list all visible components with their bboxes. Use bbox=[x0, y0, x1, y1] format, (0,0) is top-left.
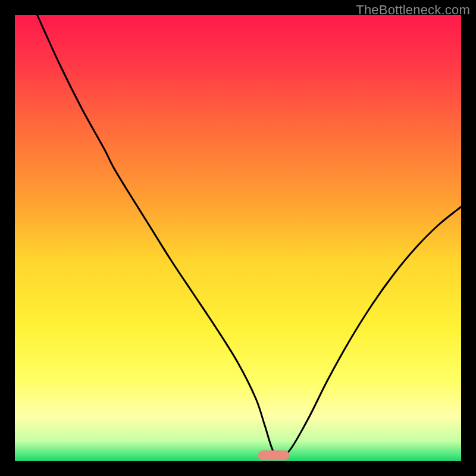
chart-svg bbox=[15, 15, 461, 461]
chart-background bbox=[15, 15, 461, 461]
watermark-text: TheBottleneck.com bbox=[356, 2, 470, 18]
chart-frame bbox=[15, 15, 461, 461]
bottleneck-marker bbox=[258, 450, 290, 461]
